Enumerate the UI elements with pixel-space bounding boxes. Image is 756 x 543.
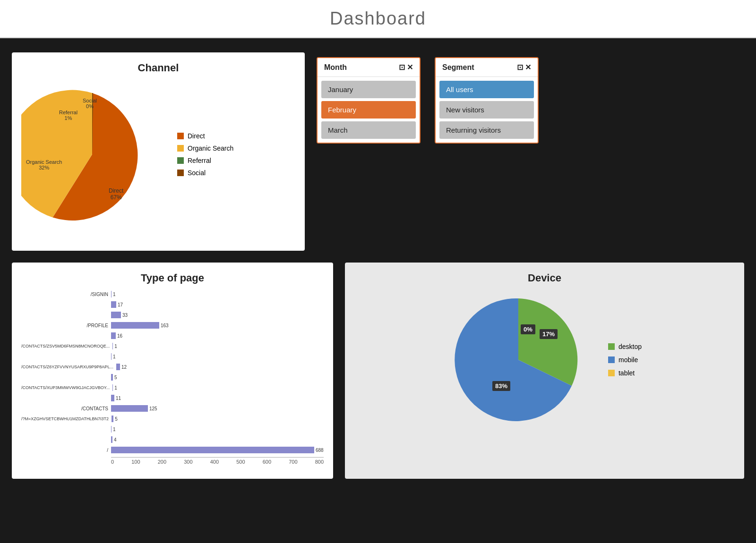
bar-label-contacts-xup: /CONTACTS/XUP3MMWVW9GJACJGVBOY... <box>21 385 112 390</box>
month-filter-label: Month <box>324 63 347 72</box>
legend-social: Social <box>177 169 233 177</box>
direct-swatch <box>177 133 184 139</box>
bar-val-contacts-xup-2: 11 <box>111 395 324 401</box>
tablet-pct-label: 0% <box>521 324 535 334</box>
bar-label-query: /?M=XZGHVSETCBWHU1MZDATHLBN7I3T2 <box>21 416 112 421</box>
dashboard-header: Dashboard <box>0 0 756 38</box>
tablet-label: tablet <box>619 369 635 377</box>
bar-val-query-1: 5 <box>112 416 324 422</box>
bar-row-contacts-z6yz-2: 5 <box>21 372 324 382</box>
bar-chart-wrapper: /SIGNIN 1 17 <box>21 289 324 465</box>
bar-label-root: / <box>21 448 111 453</box>
segment-filter-header: Segment ⊡ ✕ <box>436 58 538 77</box>
bar-row-contacts: /CONTACTS 125 <box>21 403 324 414</box>
bottom-row: Type of page /SIGNIN 1 <box>12 263 744 479</box>
organic-label-text: Organic Search <box>188 144 233 152</box>
filters-area: Month ⊡ ✕ January February March Segment <box>317 52 744 251</box>
month-march[interactable]: March <box>321 121 416 139</box>
referral-label-text: Referral <box>188 157 211 164</box>
device-chart-title: Device <box>354 272 735 284</box>
bar-row-query-1: /?M=XZGHVSETCBWHU1MZDATHLBN7I3T2 5 <box>21 414 324 424</box>
bar-row-contacts-zsv-2: 1 <box>21 351 324 362</box>
legend-desktop: desktop <box>608 343 642 350</box>
bar-label-contacts-z6yz: /CONTACTS/Z6YZFVVNYUSARXU9P9P8APL... <box>21 365 116 369</box>
device-pie-svg <box>447 289 589 431</box>
tablet-swatch <box>608 370 615 376</box>
month-filter-items: January February March <box>318 77 420 143</box>
page-type-title: Type of page <box>21 272 324 284</box>
axis-400: 400 <box>210 459 219 465</box>
axis-100: 100 <box>131 459 140 465</box>
month-february[interactable]: February <box>321 101 416 119</box>
direct-label: Direct67% <box>109 187 123 201</box>
legend-referral: Referral <box>177 157 233 164</box>
bar-val-profile-2: 16 <box>111 332 324 339</box>
segment-filter-icons: ⊡ ✕ <box>517 63 531 72</box>
bar-axis: 0 100 200 300 400 500 600 700 800 <box>21 457 324 465</box>
mobile-pct-label: 83% <box>492 381 510 391</box>
direct-label-text: Direct <box>188 132 205 140</box>
bar-val-query-2: 1 <box>111 426 324 433</box>
bar-row-contacts-xup-2: 11 <box>21 393 324 403</box>
bar-row-profile: /PROFILE 163 <box>21 320 324 331</box>
bar-contacts-z6yz-2 <box>111 374 113 381</box>
bar-label-profile: /PROFILE <box>21 323 111 328</box>
bar-label-contacts-zsv: /CONTACTS/ZSV5MD6FMSN8MCNOROQE... <box>21 344 112 348</box>
bar-contacts <box>111 405 148 412</box>
organic-label: Organic Search32% <box>26 159 62 170</box>
segment-all-users[interactable]: All users <box>439 81 534 98</box>
bar-signin-3 <box>111 312 121 318</box>
bar-query-1 <box>112 416 113 422</box>
month-funnel-icon: ⊡ <box>399 63 405 72</box>
bar-root <box>111 447 314 453</box>
bar-chart: /SIGNIN 1 17 <box>21 289 324 455</box>
referral-label: Referral1% <box>59 110 77 121</box>
axis-700: 700 <box>289 459 297 465</box>
month-filter-icons: ⊡ ✕ <box>399 63 413 72</box>
legend-organic: Organic Search <box>177 144 233 152</box>
mobile-swatch <box>608 356 615 363</box>
segment-clear-icon[interactable]: ✕ <box>525 63 531 72</box>
bar-label-signin: /SIGNIN <box>21 292 111 297</box>
axis-padding <box>21 457 111 465</box>
bar-contacts-zsv-2 <box>111 353 112 360</box>
referral-swatch <box>177 157 184 164</box>
segment-funnel-icon: ⊡ <box>517 63 523 72</box>
channel-chart-title: Channel <box>21 62 295 74</box>
bar-val-contacts-z6yz-1: 12 <box>116 364 324 370</box>
bar-row-profile-2: 16 <box>21 331 324 341</box>
bar-profile-2 <box>111 332 116 339</box>
month-filter-box: Month ⊡ ✕ January February March <box>317 57 421 144</box>
channel-chart-area: Social0% Referral1% Organic Search32% Di… <box>21 79 295 230</box>
bar-row-contacts-zsv-1: /CONTACTS/ZSV5MD6FMSN8MCNOROQE... 1 <box>21 341 324 351</box>
desktop-swatch <box>608 343 615 350</box>
axis-200: 200 <box>158 459 166 465</box>
channel-legend: Direct Organic Search Referral Social <box>177 132 233 177</box>
bar-query-2 <box>111 426 112 433</box>
bar-row-contacts-xup-1: /CONTACTS/XUP3MMWVW9GJACJGVBOY... 1 <box>21 382 324 393</box>
mobile-label: mobile <box>619 356 638 364</box>
axis-600: 600 <box>263 459 271 465</box>
segment-returning-visitors[interactable]: Returning visitors <box>439 121 534 139</box>
bar-val-contacts-z6yz-2: 5 <box>111 374 324 381</box>
bar-val-root: 688 <box>111 447 324 453</box>
legend-tablet: tablet <box>608 369 642 377</box>
bar-val-signin-3: 33 <box>111 312 324 318</box>
desktop-pct-label: 17% <box>540 329 558 339</box>
bar-profile <box>111 322 159 329</box>
month-clear-icon[interactable]: ✕ <box>407 63 413 72</box>
bar-row-contacts-z6yz-1: /CONTACTS/Z6YZFVVNYUSARXU9P9P8APL... 12 <box>21 362 324 372</box>
axis-300: 300 <box>184 459 192 465</box>
month-january[interactable]: January <box>321 81 416 98</box>
bar-val-contacts-xup-1: 1 <box>112 384 324 391</box>
bar-row-signin-1: /SIGNIN 1 <box>21 289 324 299</box>
axis-0: 0 <box>111 459 114 465</box>
device-panel: Device 17% 0% 83% <box>345 263 744 479</box>
bar-row-query-3: 4 <box>21 434 324 445</box>
bar-contacts-xup-2 <box>111 395 114 401</box>
social-swatch <box>177 170 184 176</box>
segment-new-visitors[interactable]: New visitors <box>439 101 534 119</box>
axis-ticks: 0 100 200 300 400 500 600 700 800 <box>111 457 324 465</box>
social-label-text: Social <box>188 169 206 177</box>
bar-val-contacts-zsv-2: 1 <box>111 353 324 360</box>
